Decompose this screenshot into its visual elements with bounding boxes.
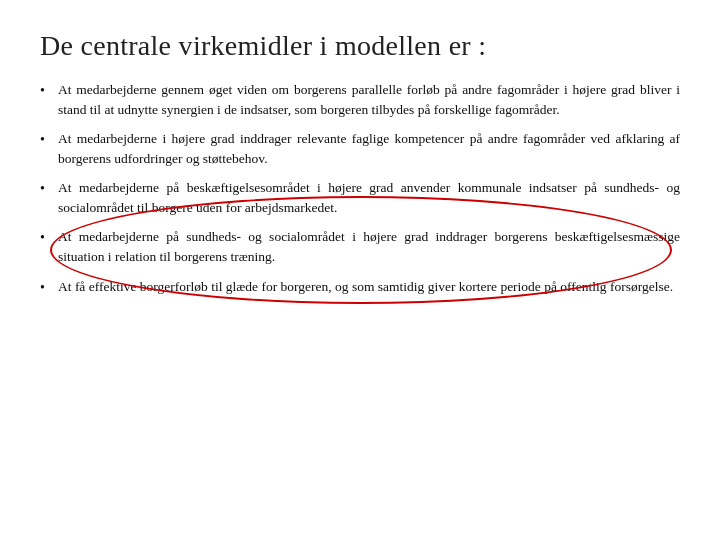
slide: De centrale virkemidler i modellen er : … [0, 0, 720, 540]
bullet-dot-1: • [40, 81, 58, 101]
bullet-text-3: At medarbejderne på beskæftigelsesområde… [58, 178, 680, 217]
slide-title: De centrale virkemidler i modellen er : [40, 30, 680, 62]
bullet-dot-2: • [40, 130, 58, 150]
bullet-text-2: At medarbejderne i højere grad inddrager… [58, 129, 680, 168]
list-item: • At medarbejderne på beskæftigelsesområ… [40, 178, 680, 217]
list-item: • At medarbejderne gennem øget viden om … [40, 80, 680, 119]
bullet-dot-4: • [40, 228, 58, 248]
bullet-text-5: At få effektive borgerforløb til glæde f… [58, 277, 680, 297]
bullet-list: • At medarbejderne gennem øget viden om … [40, 80, 680, 298]
list-item: • At medarbejderne på sundheds- og socia… [40, 227, 680, 266]
list-item: • At medarbejderne i højere grad inddrag… [40, 129, 680, 168]
bullet-dot-3: • [40, 179, 58, 199]
bullet-dot-5: • [40, 278, 58, 298]
bullet-text-4: At medarbejderne på sundheds- og socialo… [58, 227, 680, 266]
list-item: • At få effektive borgerforløb til glæde… [40, 277, 680, 298]
bullet-text-1: At medarbejderne gennem øget viden om bo… [58, 80, 680, 119]
